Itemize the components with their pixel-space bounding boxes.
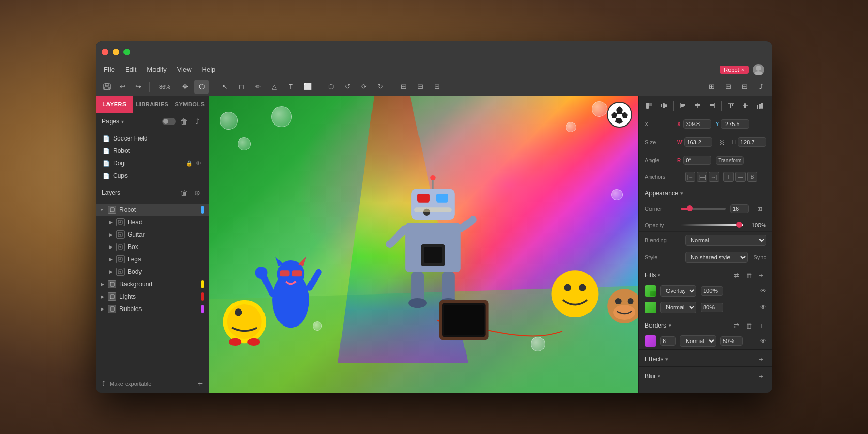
border-swatch-1[interactable] [645, 335, 656, 347]
tab-symbols[interactable]: SYMBOLS [171, 96, 209, 113]
fill-opacity-1[interactable] [701, 286, 723, 296]
user-button[interactable]: Robot × [720, 66, 749, 74]
anchor-right-btn[interactable]: →| [709, 172, 719, 182]
page-item-robot[interactable]: 📄 Robot [96, 145, 209, 157]
menu-help[interactable]: Help [202, 66, 216, 73]
fill-blend-select-2[interactable]: Normal Overlay [660, 302, 696, 313]
shape-tool[interactable]: ◻ [234, 80, 249, 94]
zoom-btn[interactable]: 86% [154, 80, 176, 94]
layer-head[interactable]: ▶ Head [96, 216, 209, 228]
save-btn[interactable] [100, 80, 114, 94]
text-tool[interactable]: T [284, 80, 298, 94]
align-center2-btn[interactable] [691, 99, 704, 113]
layer-background[interactable]: ▶ Background [96, 278, 209, 290]
anchor-hcenter-btn[interactable]: |—| [697, 172, 707, 182]
anchor-vcenter-btn[interactable]: — [735, 172, 746, 182]
corner-slider-thumb[interactable] [687, 205, 693, 211]
pages-toggle[interactable] [162, 118, 176, 125]
rotate-left-btn[interactable]: ↺ [340, 80, 354, 94]
align-tl-btn[interactable] [643, 99, 656, 113]
avatar[interactable] [753, 64, 764, 75]
canvas-area[interactable] [209, 96, 638, 393]
grid-btn[interactable]: ⊞ [396, 80, 411, 94]
pen-tool[interactable]: △ [267, 80, 282, 94]
export-btn[interactable]: ⤴ [754, 80, 768, 94]
corner-slider[interactable] [681, 208, 726, 210]
tab-layers[interactable]: LAYERS [96, 96, 133, 113]
fills-header[interactable]: Fills ▾ ⇄ 🗑 + [639, 266, 772, 283]
blending-select[interactable]: Normal Multiply Screen Overlay [685, 235, 766, 246]
h-input[interactable] [738, 137, 766, 147]
layer-body[interactable]: ▶ Body [96, 266, 209, 278]
fill-eye-icon-1[interactable]: 👁 [760, 287, 766, 295]
layer-lights[interactable]: ▶ Lights [96, 290, 209, 303]
minimize-button[interactable] [113, 49, 119, 55]
fill-opacity-2[interactable] [701, 303, 723, 312]
lock-ratio-btn[interactable]: ⛓ [717, 135, 727, 149]
layout-btn[interactable]: ⊟ [413, 80, 427, 94]
align-center-btn[interactable]: ⊞ [721, 80, 735, 94]
refresh-btn[interactable]: ⟳ [357, 80, 371, 94]
align-left-btn[interactable]: ⊞ [704, 80, 719, 94]
layer-robot[interactable]: ▾ Robot [96, 204, 209, 216]
fill-swatch-2[interactable] [645, 302, 656, 313]
redo-btn[interactable]: ↪ [131, 80, 145, 94]
vector-tool[interactable]: ✏ [251, 80, 265, 94]
transform-btn[interactable]: Transform [716, 156, 744, 165]
close-button[interactable] [102, 49, 109, 55]
x-input[interactable] [683, 119, 711, 129]
align-right-btn[interactable]: ⊞ [737, 80, 752, 94]
layer-guitar[interactable]: ▶ Guitar [96, 228, 209, 241]
artboard-btn[interactable]: ⬡ [323, 80, 338, 94]
menu-file[interactable]: File [104, 66, 115, 73]
borders-shuffle-btn[interactable]: ⇄ [731, 320, 741, 331]
menu-view[interactable]: View [177, 66, 192, 73]
select-tool[interactable]: ⬡ [194, 80, 209, 94]
move-tool[interactable]: ✥ [178, 80, 192, 94]
export-panel-btn[interactable]: ⤴ [102, 380, 105, 388]
menu-modify[interactable]: Modify [147, 66, 166, 73]
blur-add-btn[interactable]: + [756, 371, 766, 381]
anchor-bottom-btn[interactable]: B [747, 172, 757, 182]
border-size-1[interactable] [660, 336, 676, 346]
refresh-cw-btn[interactable]: ↻ [373, 80, 388, 94]
maximize-button[interactable] [123, 49, 130, 55]
page-item-dog[interactable]: 📄 Dog 🔒 👁 [96, 157, 209, 169]
image-tool[interactable]: ⬜ [300, 80, 315, 94]
align-vt-btn[interactable] [724, 99, 738, 113]
border-opacity-1[interactable] [720, 336, 743, 346]
opacity-thumb[interactable] [736, 222, 742, 228]
delete-page-btn[interactable]: 🗑 [179, 116, 189, 127]
opacity-slider[interactable] [681, 224, 743, 226]
fills-delete-btn[interactable]: 🗑 [743, 270, 754, 281]
angle-input[interactable] [683, 156, 711, 165]
appearance-header[interactable]: Appearance ▾ [639, 185, 772, 199]
effects-header[interactable]: Effects ▾ + [639, 350, 772, 366]
layer-legs[interactable]: ▶ Legs [96, 253, 209, 266]
borders-header[interactable]: Borders ▾ ⇄ 🗑 + [639, 316, 772, 333]
delete-layer-btn[interactable]: 🗑 [179, 188, 189, 198]
align-vm-btn[interactable] [739, 99, 752, 113]
page-item-soccerfield[interactable]: 📄 Soccer Field [96, 132, 209, 145]
sync-btn[interactable]: Sync [754, 254, 766, 260]
tab-libraries[interactable]: LIBRARIES [133, 96, 171, 113]
chart-btn[interactable] [753, 99, 767, 113]
corner-input[interactable] [730, 204, 749, 213]
borders-delete-btn[interactable]: 🗑 [743, 320, 754, 331]
add-page-btn[interactable]: ⤴ [192, 116, 203, 127]
add-layer-btn[interactable]: ⊕ [192, 188, 203, 198]
corner-options-btn[interactable]: ⊞ [753, 202, 766, 215]
anchor-left-btn[interactable]: |← [685, 172, 695, 182]
page-item-cups[interactable]: 📄 Cups [96, 169, 209, 182]
menu-edit[interactable]: Edit [125, 66, 136, 73]
fills-add-btn[interactable]: + [756, 270, 766, 281]
align-left2-btn[interactable] [676, 99, 690, 113]
fill-blend-select-1[interactable]: Overlay Normal [660, 285, 696, 297]
add-exportable-btn[interactable]: + [198, 379, 203, 389]
distribute-h-btn[interactable] [657, 99, 671, 113]
blur-header[interactable]: Blur ▾ + [639, 367, 772, 383]
w-input[interactable] [684, 137, 712, 147]
effects-add-btn[interactable]: + [756, 354, 766, 364]
layer-box[interactable]: ▶ Box [96, 241, 209, 253]
cursor-tool[interactable]: ↖ [218, 80, 232, 94]
